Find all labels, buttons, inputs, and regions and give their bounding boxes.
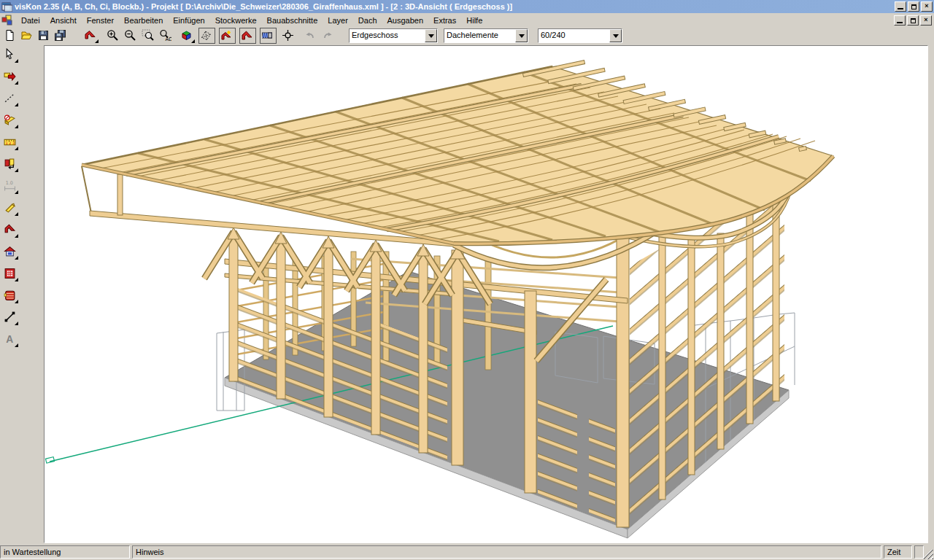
- status-time-label: Zeit: [884, 545, 912, 559]
- menu-fenster[interactable]: Fenster: [82, 15, 119, 26]
- menu-stockwerke[interactable]: Stockwerke: [210, 15, 262, 26]
- toolbar: AΩ Erdgeschoss Dachelemen: [0, 27, 934, 44]
- storey-dropdown-icon[interactable]: [425, 29, 437, 42]
- menu-dach[interactable]: Dach: [353, 15, 382, 26]
- roof-mode-button[interactable]: [82, 28, 99, 44]
- svg-text:1.0: 1.0: [6, 180, 13, 186]
- zoom-text-button[interactable]: AΩ: [158, 28, 174, 44]
- zoom-out-button[interactable]: [123, 28, 139, 44]
- line-tool[interactable]: [2, 309, 20, 327]
- redo-button[interactable]: [320, 28, 337, 44]
- menu-ansicht[interactable]: Ansicht: [45, 15, 82, 26]
- svg-text:AΩ: AΩ: [166, 36, 172, 42]
- menu-ausgaben[interactable]: Ausgaben: [382, 15, 429, 26]
- menu-datei[interactable]: Datei: [16, 15, 45, 26]
- cross-section-dropdown-icon[interactable]: [609, 29, 622, 42]
- application-window: visKon 2.35 (A, B, Ch, Ci, Blockb.) - Pr…: [0, 0, 934, 560]
- restore-button[interactable]: [908, 1, 919, 12]
- menu-bar: Datei Ansicht Fenster Bearbeiten Einfüge…: [0, 13, 934, 27]
- main-area: 1 2 3 1.0 A: [0, 44, 934, 543]
- wall-tool[interactable]: [2, 265, 20, 283]
- status-hint: Hinweis: [132, 545, 881, 559]
- select-tool[interactable]: [2, 47, 20, 64]
- svg-text:A: A: [6, 333, 13, 345]
- center-view-button[interactable]: [280, 28, 297, 44]
- storey-combobox[interactable]: Erdgeschoss: [349, 28, 438, 43]
- view-shaded-button[interactable]: [219, 28, 236, 44]
- menu-einfuegen[interactable]: Einfügen: [168, 15, 209, 26]
- roof: [82, 61, 833, 244]
- menu-bearbeiten[interactable]: Bearbeiten: [119, 15, 168, 26]
- mdi-minimize-button[interactable]: [894, 15, 906, 26]
- resize-grip[interactable]: [924, 550, 933, 559]
- building-tool[interactable]: [2, 244, 20, 261]
- open-button[interactable]: [19, 28, 36, 44]
- construction-line-tool[interactable]: [2, 90, 20, 108]
- mdi-close-button[interactable]: ×: [920, 15, 932, 26]
- menu-layer[interactable]: Layer: [323, 15, 353, 26]
- minimize-button[interactable]: [895, 1, 906, 12]
- document-icon[interactable]: [1, 15, 13, 26]
- window-title: visKon 2.35 (A, B, Ch, Ci, Blockb.) - Pr…: [15, 2, 895, 11]
- menu-extras[interactable]: Extras: [428, 15, 461, 26]
- text-tool[interactable]: A: [2, 331, 20, 349]
- cross-section-combobox[interactable]: 60/240: [538, 28, 622, 43]
- svg-text:1 2 3: 1 2 3: [6, 141, 15, 145]
- viewport-3d[interactable]: [44, 45, 928, 543]
- view-wireframe-button[interactable]: [198, 28, 215, 44]
- measure-tool[interactable]: 1 2 3: [2, 134, 20, 152]
- beam-3d-tool[interactable]: [2, 112, 20, 130]
- timber-tool[interactable]: [2, 200, 20, 217]
- save-button[interactable]: [36, 28, 53, 44]
- element-type-value: Dachelemente: [444, 29, 515, 42]
- storey-value: Erdgeschoss: [350, 29, 425, 42]
- save-all-button[interactable]: [53, 28, 69, 44]
- new-button[interactable]: [2, 28, 19, 44]
- roof-tool[interactable]: [2, 222, 20, 239]
- app-icon: [1, 1, 12, 12]
- brick-tool[interactable]: [2, 287, 20, 305]
- menu-hilfe[interactable]: Hilfe: [461, 15, 487, 26]
- undo-button[interactable]: [302, 28, 319, 44]
- view-textured-button[interactable]: [260, 28, 277, 44]
- title-bar[interactable]: visKon 2.35 (A, B, Ch, Ci, Blockb.) - Pr…: [0, 0, 934, 13]
- element-type-combobox[interactable]: Dachelemente: [444, 28, 528, 43]
- close-button[interactable]: ×: [921, 1, 933, 12]
- status-extra-panel: [914, 545, 924, 559]
- zoom-in-button[interactable]: [105, 28, 122, 44]
- zoom-window-button[interactable]: [140, 28, 157, 44]
- cross-section-value: 60/240: [539, 29, 609, 42]
- element-type-dropdown-icon[interactable]: [515, 29, 528, 42]
- insert-beam-tool[interactable]: [2, 69, 20, 86]
- mdi-restore-button[interactable]: [907, 15, 919, 26]
- view-solid-button[interactable]: [239, 28, 256, 44]
- view-3d-cube-button[interactable]: [179, 28, 196, 44]
- menu-bauabschnitte[interactable]: Bauabschnitte: [262, 15, 323, 26]
- status-bar: in Wartestellung Hinweis Zeit: [0, 543, 934, 560]
- dimension-tool[interactable]: 1.0: [2, 178, 20, 195]
- copy-move-tool[interactable]: [2, 156, 20, 174]
- status-message: in Wartestellung: [0, 545, 130, 559]
